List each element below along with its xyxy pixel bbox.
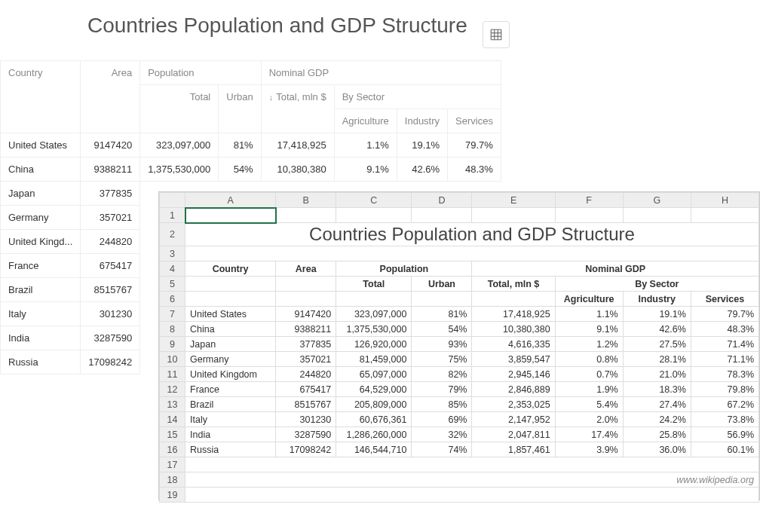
col-header-total-mln[interactable]: ↓Total, mln $ [261, 85, 334, 133]
cell[interactable]: 1,375,530,000 [336, 322, 412, 337]
cell[interactable]: 85% [412, 397, 472, 412]
cell[interactable]: France [185, 382, 276, 397]
cell[interactable]: 79% [412, 382, 472, 397]
cell[interactable] [276, 277, 336, 292]
cell[interactable]: 1.1% [555, 307, 623, 322]
sheet-title[interactable]: Countries Population and GDP Structure [185, 223, 759, 246]
cell[interactable]: 377835 [276, 337, 336, 352]
cell[interactable]: Japan [185, 337, 276, 352]
cell[interactable] [555, 208, 623, 223]
col-head-A[interactable]: A [185, 193, 276, 208]
row-head-16[interactable]: 16 [160, 442, 185, 457]
cell[interactable]: 21.0% [623, 367, 691, 382]
col-header-area[interactable]: Area [81, 61, 140, 133]
row-head-1[interactable]: 1 [160, 208, 185, 223]
cell[interactable]: 377835 [81, 182, 140, 206]
col-head-E[interactable]: E [472, 193, 555, 208]
cell[interactable]: 64,529,000 [336, 382, 412, 397]
hdr-services[interactable]: Services [691, 292, 758, 307]
row-head-15[interactable]: 15 [160, 427, 185, 442]
hdr-total[interactable]: Total [336, 277, 412, 292]
cell[interactable] [336, 292, 412, 307]
cell[interactable]: 81,459,000 [336, 352, 412, 367]
col-header-nominal-gdp[interactable]: Nominal GDP [261, 61, 501, 85]
col-head-H[interactable]: H [691, 193, 758, 208]
cell[interactable]: Germany [185, 352, 276, 367]
cell[interactable]: 74% [412, 442, 472, 457]
cell[interactable]: Russia [1, 350, 81, 375]
cell[interactable] [185, 488, 759, 503]
cell[interactable]: 9.1% [555, 322, 623, 337]
cell[interactable] [691, 208, 758, 223]
cell[interactable]: India [1, 326, 81, 350]
hdr-urban[interactable]: Urban [412, 277, 472, 292]
cell[interactable]: 5.4% [555, 397, 623, 412]
cell[interactable]: 48.3% [691, 322, 758, 337]
cell[interactable]: 75% [412, 352, 472, 367]
row-head-3[interactable]: 3 [160, 246, 185, 261]
cell[interactable]: 79.8% [691, 382, 758, 397]
cell[interactable]: 357021 [81, 206, 140, 230]
cell[interactable]: 2,047,811 [472, 427, 555, 442]
cell[interactable]: 17098242 [276, 442, 336, 457]
cell[interactable]: China [1, 157, 81, 182]
cell[interactable]: 1,857,461 [472, 442, 555, 457]
cell[interactable]: 73.8% [691, 412, 758, 427]
row-head-10[interactable]: 10 [160, 352, 185, 367]
cell[interactable]: 675417 [276, 382, 336, 397]
cell[interactable] [185, 246, 759, 261]
hdr-total-mln[interactable]: Total, mln $ [472, 277, 555, 292]
row-head-5[interactable]: 5 [160, 277, 185, 292]
row-head-12[interactable]: 12 [160, 382, 185, 397]
cell-A1[interactable] [185, 208, 276, 223]
cell[interactable]: 81% [412, 307, 472, 322]
col-head-F[interactable]: F [555, 193, 623, 208]
table-row[interactable]: 7United States9147420323,097,00081%17,41… [160, 307, 759, 322]
cell[interactable]: 19.1% [397, 133, 447, 157]
table-row[interactable]: 8China93882111,375,530,00054%10,380,3809… [160, 322, 759, 337]
hdr-population[interactable]: Population [336, 261, 472, 277]
cell[interactable]: 2,353,025 [472, 397, 555, 412]
cell[interactable]: 28.1% [623, 352, 691, 367]
col-header-urban[interactable]: Urban [219, 85, 261, 133]
cell[interactable]: 54% [219, 157, 261, 182]
cell[interactable]: 17,418,925 [472, 307, 555, 322]
cell[interactable]: 17.4% [555, 427, 623, 442]
col-header-population[interactable]: Population [140, 61, 262, 85]
cell[interactable]: 36.0% [623, 442, 691, 457]
cell[interactable]: Italy [185, 412, 276, 427]
cell[interactable]: 27.4% [623, 397, 691, 412]
hdr-agriculture[interactable]: Agriculture [555, 292, 623, 307]
col-head-D[interactable]: D [412, 193, 472, 208]
hdr-industry[interactable]: Industry [623, 292, 691, 307]
cell[interactable]: Japan [1, 182, 81, 206]
row-head-14[interactable]: 14 [160, 412, 185, 427]
cell[interactable]: Italy [1, 302, 81, 326]
table-row[interactable]: China93882111,375,530,00054%10,380,3809.… [1, 157, 501, 182]
export-xlsx-button[interactable] [483, 21, 510, 48]
table-row[interactable]: 10Germany35702181,459,00075%3,859,5470.8… [160, 352, 759, 367]
col-header-by-sector[interactable]: By Sector [334, 85, 501, 109]
cell[interactable]: 17,418,925 [261, 133, 334, 157]
cell[interactable]: 3,859,547 [472, 352, 555, 367]
cell[interactable]: 67.2% [691, 397, 758, 412]
hdr-by-sector[interactable]: By Sector [555, 277, 758, 292]
row-head-2[interactable]: 2 [160, 223, 185, 246]
row-head-6[interactable]: 6 [160, 292, 185, 307]
table-row[interactable]: 16Russia17098242146,544,71074%1,857,4613… [160, 442, 759, 457]
cell[interactable]: 93% [412, 337, 472, 352]
cell[interactable]: 71.4% [691, 337, 758, 352]
col-header-services[interactable]: Services [448, 109, 501, 133]
cell[interactable] [185, 292, 276, 307]
cell[interactable]: 301230 [276, 412, 336, 427]
cell[interactable]: 1,375,530,000 [140, 157, 219, 182]
cell[interactable]: 18.3% [623, 382, 691, 397]
cell[interactable]: 19.1% [623, 307, 691, 322]
cell[interactable]: 10,380,380 [472, 322, 555, 337]
cell[interactable]: China [185, 322, 276, 337]
cell[interactable]: 0.7% [555, 367, 623, 382]
cell[interactable]: 1.9% [555, 382, 623, 397]
col-header-agriculture[interactable]: Agriculture [334, 109, 397, 133]
cell[interactable]: United Kingdom [185, 367, 276, 382]
table-row[interactable]: 11United Kingdom24482065,097,00082%2,945… [160, 367, 759, 382]
